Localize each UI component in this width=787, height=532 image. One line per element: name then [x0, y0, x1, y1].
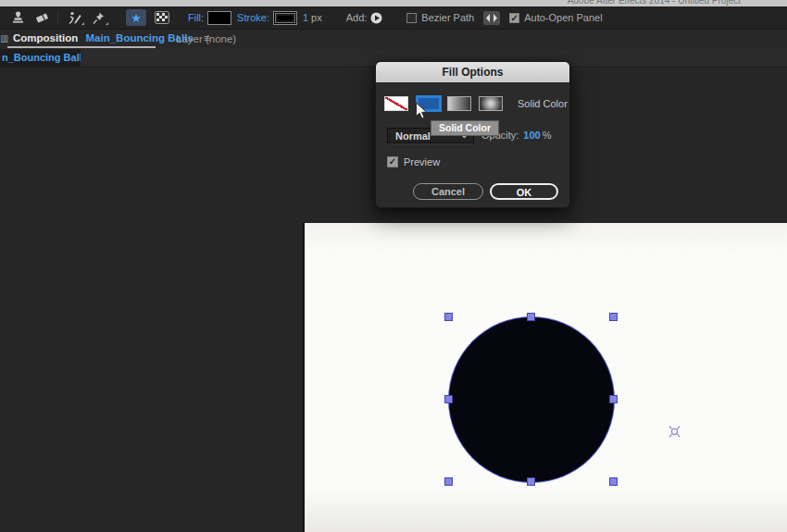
viewer-tab-row: ▥ Composition Main_Bouncing Balls ≡ Laye…	[0, 30, 787, 49]
mouse-cursor	[415, 102, 430, 120]
toolbar: ★ Fill: Stroke: 1 px Add: Bezier Path ✓	[0, 6, 787, 30]
active-tab-underline	[7, 46, 156, 48]
preview-label: Preview	[404, 156, 440, 167]
stroke-label[interactable]: Stroke:	[237, 12, 269, 23]
bezier-path-checkbox[interactable]	[406, 13, 417, 23]
panel-icon-clipped: ▥	[0, 33, 8, 43]
eraser-tool-icon[interactable]	[30, 8, 54, 27]
tool-flyout-arrow	[81, 19, 84, 25]
blend-mode-value: Normal	[395, 130, 431, 142]
solid-color-tooltip: Solid Color	[431, 120, 499, 136]
fill-type-linear-gradient-button[interactable]	[447, 96, 471, 111]
workspace-panel-icon[interactable]	[483, 11, 500, 25]
auto-open-panel-checkbox[interactable]: ✓	[509, 13, 519, 23]
stroke-width-value[interactable]: 1	[303, 12, 308, 23]
tool-flyout-arrow	[106, 19, 108, 25]
after-effects-window: Adobe After Effects 2014 - Untitled Proj…	[0, 0, 787, 532]
add-label: Add:	[346, 12, 368, 23]
opacity-unit: %	[543, 130, 552, 141]
cancel-button[interactable]: Cancel	[413, 183, 483, 200]
toolbar-divider	[57, 10, 58, 25]
puppet-pin-tool-icon[interactable]	[86, 8, 110, 27]
opacity-value[interactable]: 100	[523, 130, 540, 141]
clone-stamp-tool-icon[interactable]	[6, 8, 30, 27]
selection-handle[interactable]	[444, 477, 453, 486]
window-title: Adobe After Effects 2014 - Untitled Proj…	[568, 0, 741, 6]
fill-label[interactable]: Fill:	[188, 12, 204, 23]
bezier-path-label: Bezier Path	[421, 12, 474, 23]
dialog-title[interactable]: Fill Options	[376, 62, 569, 82]
selection-handle[interactable]	[609, 395, 618, 403]
fill-options-dialog: Fill Options Solid Color Normal Opacity:…	[375, 61, 570, 208]
ellipse-shape-layer[interactable]	[449, 317, 614, 482]
preview-row: ✓ Preview	[387, 156, 440, 167]
roto-brush-tool-icon[interactable]	[62, 8, 86, 27]
selection-handle[interactable]	[609, 313, 618, 321]
composition-tab-label: Composition	[13, 32, 78, 43]
fill-type-none-button[interactable]	[384, 96, 408, 111]
transparency-grid-toggle[interactable]	[152, 9, 172, 26]
layer-tab[interactable]: Layer (none)	[176, 33, 236, 44]
selection-handle[interactable]	[527, 477, 535, 486]
selection-handle[interactable]	[444, 395, 453, 403]
ok-button[interactable]: OK	[490, 183, 558, 200]
star-tool-toggle[interactable]: ★	[126, 9, 146, 26]
timeline-tab[interactable]: n_Bouncing Balls	[0, 49, 81, 67]
fill-type-label: Solid Color	[518, 98, 568, 109]
os-title-bar: Adobe After Effects 2014 - Untitled Proj…	[0, 0, 787, 6]
auto-open-panel-label: Auto-Open Panel	[524, 12, 602, 23]
add-property-icon[interactable]	[370, 12, 382, 24]
preview-checkbox[interactable]: ✓	[387, 156, 398, 167]
selection-handle[interactable]	[527, 313, 535, 321]
fill-type-radial-gradient-button[interactable]	[479, 96, 503, 111]
stroke-color-swatch[interactable]	[273, 11, 297, 25]
fill-color-swatch[interactable]	[207, 11, 231, 25]
selection-handle[interactable]	[609, 477, 618, 486]
selection-handle[interactable]	[444, 313, 453, 321]
anchor-point-icon[interactable]	[668, 425, 681, 439]
fill-type-row: Solid Color	[384, 95, 568, 112]
composition-viewport[interactable]	[303, 223, 787, 532]
stroke-width-unit: px	[311, 12, 322, 23]
